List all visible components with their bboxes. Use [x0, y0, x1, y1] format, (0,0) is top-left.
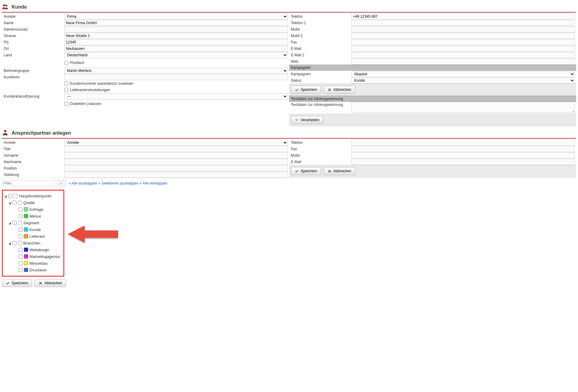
- label-land: Land: [2, 52, 63, 58]
- kundennr-input[interactable]: [64, 74, 288, 80]
- telefon2-input[interactable]: [351, 20, 575, 26]
- kampagnen-header: Kampagnen: [289, 65, 576, 71]
- tree-anfrage-checkbox[interactable]: [19, 207, 23, 211]
- label-mobil2: Mobil 2: [289, 33, 350, 39]
- tree-item-label: Messe: [29, 214, 41, 218]
- kampagnen-cancel-button[interactable]: Abbrechen: [324, 86, 355, 94]
- footer-save-button[interactable]: Speichern: [2, 279, 32, 287]
- vorname-input[interactable]: [64, 152, 288, 159]
- label-namenszusatz: Namenszusatz: [2, 27, 63, 32]
- ort-input[interactable]: [64, 46, 288, 52]
- toggle-icon[interactable]: ◢: [8, 221, 11, 225]
- auto-kundennr-checkbox[interactable]: [64, 81, 68, 85]
- toggle-icon[interactable]: ◢: [8, 241, 11, 245]
- dubletten-checkbox[interactable]: [64, 102, 68, 106]
- tree-segment-checkbox[interactable]: [13, 221, 17, 225]
- tree-root-checkbox[interactable]: [8, 194, 12, 198]
- svg-point-5: [4, 130, 6, 132]
- email2-input[interactable]: [351, 52, 575, 58]
- label-lieferant: Lieferanteneinstellungen: [70, 88, 110, 92]
- lieferant-checkbox[interactable]: [64, 88, 68, 92]
- check-icon: [295, 88, 299, 92]
- footer-cancel-button[interactable]: Abbrechen: [35, 279, 66, 287]
- doc-icon: [13, 193, 18, 198]
- ansprech-header: Ansprechpartner anlegen: [2, 128, 576, 139]
- label-email2: E-Mail 2: [289, 52, 350, 58]
- label-nachname: Nachname: [2, 159, 63, 165]
- ap-fax-input[interactable]: [351, 146, 575, 152]
- process-icon: [295, 118, 299, 122]
- ap-anrede-select[interactable]: Anrede: [64, 140, 288, 146]
- label-ap-mobil: Mobil: [289, 153, 350, 158]
- ansprech-title: Ansprechpartner anlegen: [12, 130, 71, 136]
- fax-input[interactable]: [351, 39, 575, 45]
- label-betreuer: Betreuergruppe: [2, 68, 63, 73]
- tree-quelle-label: Quelle: [23, 200, 35, 205]
- kunde-title: Kunde: [12, 4, 27, 10]
- tree-kunde-checkbox[interactable]: [19, 228, 23, 232]
- tree-branchen-label: Branchen: [23, 241, 40, 245]
- plz-input[interactable]: [64, 39, 288, 45]
- postfach-checkbox[interactable]: [64, 61, 68, 65]
- kampagnen-select[interactable]: Akquise: [351, 71, 575, 77]
- label-kampagnen: Kampagnen: [289, 71, 350, 77]
- category-tree: ◢ Hauptknotenpunkt ◢ Quelle Anfrage Mess…: [2, 190, 64, 277]
- status-select[interactable]: Kunde: [351, 77, 575, 84]
- name-input[interactable]: [64, 20, 288, 26]
- nachname-input[interactable]: [64, 159, 288, 165]
- email-input[interactable]: [351, 46, 575, 52]
- ap-mobil-input[interactable]: [351, 152, 575, 159]
- people-icon: [2, 3, 9, 11]
- check-icon: [295, 169, 299, 173]
- ap-telefon-input[interactable]: [351, 140, 575, 146]
- label-vorname: Vorname: [2, 153, 63, 158]
- telefon-input[interactable]: [351, 13, 575, 20]
- mobil2-input[interactable]: [351, 33, 575, 39]
- abteilung-input[interactable]: [64, 172, 288, 178]
- expand-all-link[interactable]: Alle ausklappen: [71, 181, 97, 185]
- tree-segment-label: Segment: [23, 221, 39, 225]
- label-web: Web: [289, 59, 350, 64]
- mobil-input[interactable]: [351, 26, 575, 32]
- x-icon: [39, 281, 43, 285]
- verarbeiten-button[interactable]: Verarbeiten: [291, 116, 323, 124]
- svg-point-1: [5, 5, 7, 6]
- position-input[interactable]: [64, 165, 288, 171]
- ap-cancel-button[interactable]: Abbrechen: [324, 167, 355, 175]
- namenszusatz-input[interactable]: [64, 26, 288, 32]
- anrede-select[interactable]: Firma: [64, 13, 288, 20]
- color-swatch: [24, 261, 28, 265]
- ap-email-input[interactable]: [351, 159, 575, 165]
- titel-input[interactable]: [64, 146, 288, 152]
- color-swatch: [24, 248, 28, 252]
- strasse-input[interactable]: [64, 33, 288, 39]
- land-select[interactable]: Deutschland: [64, 52, 288, 58]
- toggle-icon[interactable]: ◢: [8, 201, 11, 204]
- tree-quelle-checkbox[interactable]: [13, 201, 17, 205]
- clear-filter-button[interactable]: ×: [57, 180, 66, 187]
- web-input[interactable]: [351, 58, 575, 65]
- kampagnen-save-button[interactable]: Speichern: [291, 86, 321, 94]
- tree-druckerei-checkbox[interactable]: [19, 268, 23, 272]
- check-icon: [6, 281, 10, 285]
- tree-filter-input[interactable]: [2, 180, 54, 186]
- color-swatch: [24, 254, 28, 259]
- label-titel: Titel: [2, 146, 63, 152]
- label-postfach: Postfach: [70, 61, 84, 65]
- expand-sep3: »: [140, 181, 142, 185]
- tree-branchen-checkbox[interactable]: [13, 241, 17, 245]
- ap-save-button[interactable]: Speichern: [291, 167, 321, 175]
- betreuer-select[interactable]: Martin Mertens: [64, 68, 288, 74]
- toggle-icon[interactable]: ◢: [4, 194, 7, 198]
- textdata-textarea[interactable]: [351, 102, 575, 113]
- expand-selected-link[interactable]: Selektierte ausklappen: [101, 181, 138, 185]
- tree-messebau-checkbox[interactable]: [19, 261, 23, 265]
- color-swatch: [24, 227, 28, 232]
- label-textdata: Textdaten zur Adressgewinnung: [289, 102, 350, 107]
- tree-marketing-checkbox[interactable]: [19, 255, 23, 259]
- klass-select[interactable]: ---: [64, 93, 288, 99]
- tree-messe-checkbox[interactable]: [19, 214, 23, 218]
- tree-webdesign-checkbox[interactable]: [19, 248, 23, 252]
- tree-lieferant-checkbox[interactable]: [19, 234, 23, 238]
- collapse-all-link[interactable]: Alle einklappen: [143, 181, 167, 185]
